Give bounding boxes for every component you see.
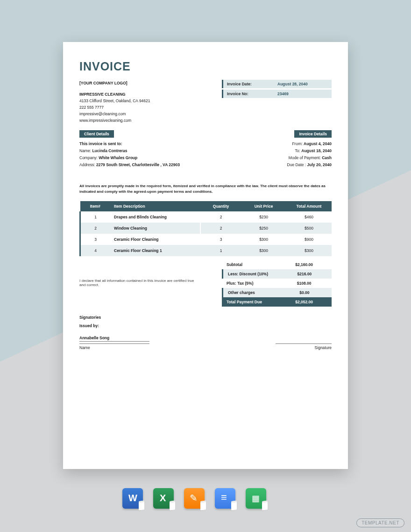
total-due-label: Total Payment Due xyxy=(227,300,281,304)
company-email: impressive@cleaning.com xyxy=(79,111,150,117)
cell-qty: 1 xyxy=(201,245,241,256)
other-value: $0.00 xyxy=(282,290,327,295)
client-address-label: Address: xyxy=(79,162,95,167)
table-row: 3 Ceramic Floor Cleaning 3 $300 $900 xyxy=(80,234,332,245)
pages-icon[interactable] xyxy=(184,488,205,509)
invoice-date-label: Invoice Date: xyxy=(227,82,277,86)
company-address: 4133 Clifford Street, Oakland, CA 94621 xyxy=(79,98,150,104)
from-label: From: xyxy=(292,141,302,146)
invoice-document: INVOICE [YOUR COMPANY LOGO] IMPRESSIVE C… xyxy=(63,42,348,469)
client-details-heading: Client Details xyxy=(79,130,114,138)
invoice-date-value: August 28, 2040 xyxy=(277,82,328,86)
cell-item: 3 xyxy=(80,234,111,245)
invoice-no-value: 23469 xyxy=(277,91,328,96)
issued-by-label: Issued by: xyxy=(79,323,332,328)
invoice-no-label: Invoice No: xyxy=(227,91,277,96)
signatories-block: Signatories Issued by: Annabelle Song Na… xyxy=(79,315,332,350)
google-docs-icon[interactable] xyxy=(215,488,235,509)
cell-item: 2 xyxy=(80,223,111,234)
mode-value: Cash xyxy=(322,155,332,160)
cell-price: $300 xyxy=(241,245,286,256)
google-sheets-icon[interactable] xyxy=(246,488,266,509)
signature-line-label: Signature xyxy=(276,343,332,350)
other-label: Other charges xyxy=(228,290,282,295)
word-icon[interactable] xyxy=(122,488,143,509)
cell-item: 4 xyxy=(80,245,111,256)
cell-desc: Ceramic Floor Cleaning xyxy=(110,234,201,245)
to-value: August 18, 2040 xyxy=(301,148,332,153)
company-logo-placeholder: [YOUR COMPANY LOGO] xyxy=(79,80,150,86)
cell-total: $500 xyxy=(286,223,332,234)
table-header-row: Item# Item Description Quantity Unit Pri… xyxy=(80,201,332,211)
to-label: To: xyxy=(295,148,300,153)
excel-icon[interactable] xyxy=(153,488,174,509)
cell-price: $230 xyxy=(241,211,286,223)
name-line-label: Name xyxy=(79,343,149,350)
compliance-note: All invoices are promptly made in the re… xyxy=(79,183,332,195)
col-qty: Quantity xyxy=(201,201,241,211)
due-value: July 20, 2040 xyxy=(307,162,332,167)
total-due-row: Total Payment Due $2,052.00 xyxy=(222,297,332,307)
subtotal-row: Subtotal $2,160.00 xyxy=(222,260,332,269)
format-icons xyxy=(122,488,266,509)
line-items-table: Item# Item Description Quantity Unit Pri… xyxy=(79,201,332,256)
due-label: Due Date : xyxy=(287,162,306,167)
company-name: IMPRESSIVE CLEANING xyxy=(79,91,150,98)
mode-label: Mode of Payment: xyxy=(289,155,321,160)
cell-price: $250 xyxy=(241,223,286,234)
cell-total: $460 xyxy=(286,211,332,223)
table-row: 1 Drapes and Blinds Cleaning 2 $230 $460 xyxy=(80,211,332,223)
invoice-details-heading: Invoice Details xyxy=(294,130,332,138)
cell-desc: Drapes and Blinds Cleaning xyxy=(110,211,201,223)
discount-label: Less: Discount (10%) xyxy=(228,272,282,276)
discount-value: $216.00 xyxy=(282,272,327,276)
col-item: Item# xyxy=(80,201,111,211)
client-name: Lucinda Contreras xyxy=(92,148,127,153)
subtotal-label: Subtotal xyxy=(227,262,281,267)
cell-qty: 2 xyxy=(201,211,241,223)
client-company: White Whales Group xyxy=(99,155,137,160)
col-total: Total Amount xyxy=(286,201,332,211)
company-phone: 222 555 7777 xyxy=(79,104,150,111)
other-row: Other charges $0.00 xyxy=(222,288,332,297)
from-value: August 4, 2040 xyxy=(304,141,332,146)
tax-row: Plus: Tax (5%) $108.00 xyxy=(222,279,332,288)
sent-to-label: This invoice is sent to: xyxy=(79,141,122,146)
total-due-value: $2,052.00 xyxy=(281,300,327,304)
col-desc: Item Description xyxy=(110,201,201,211)
cell-desc: Ceramic Floor Cleaning 1 xyxy=(110,245,201,256)
client-company-label: Company: xyxy=(79,155,98,160)
subtotal-value: $2,160.00 xyxy=(281,262,327,267)
tax-value: $108.00 xyxy=(281,281,327,286)
invoice-no-row: Invoice No: 23469 xyxy=(222,90,332,98)
table-row: 4 Ceramic Floor Cleaning 1 1 $300 $300 xyxy=(80,245,332,256)
client-name-label: Name: xyxy=(79,148,91,153)
cell-total: $300 xyxy=(286,245,332,256)
cell-qty: 3 xyxy=(201,234,241,245)
declaration-text: I declare that all information contained… xyxy=(79,260,201,307)
signatories-heading: Signatories xyxy=(79,315,332,320)
company-website: www.impressivecleaning.com xyxy=(79,117,150,124)
cell-item: 1 xyxy=(80,211,111,223)
table-row: 2 Window Cleaning 2 $250 $500 xyxy=(80,223,332,234)
cell-price: $300 xyxy=(241,234,286,245)
invoice-meta: Invoice Date: August 28, 2040 Invoice No… xyxy=(222,80,332,124)
cell-qty: 2 xyxy=(201,223,241,234)
company-block: [YOUR COMPANY LOGO] IMPRESSIVE CLEANING … xyxy=(79,80,150,124)
page-title: INVOICE xyxy=(79,60,332,73)
cell-desc: Window Cleaning xyxy=(110,223,201,234)
client-details: This invoice is sent to: Name: Lucinda C… xyxy=(79,140,180,168)
invoice-date-row: Invoice Date: August 28, 2040 xyxy=(222,80,332,88)
cell-total: $900 xyxy=(286,234,332,245)
invoice-details: From: August 4, 2040 To: August 18, 2040… xyxy=(287,140,332,168)
client-address: 2279 South Street, Charlottesville , VA … xyxy=(96,162,180,167)
issuer-name: Annabelle Song xyxy=(79,336,149,342)
totals-block: Subtotal $2,160.00 Less: Discount (10%) … xyxy=(222,260,332,307)
watermark-badge: TEMPLATE.NET xyxy=(356,518,404,527)
discount-row: Less: Discount (10%) $216.00 xyxy=(222,269,332,279)
col-price: Unit Price xyxy=(241,201,286,211)
tax-label: Plus: Tax (5%) xyxy=(227,281,281,286)
